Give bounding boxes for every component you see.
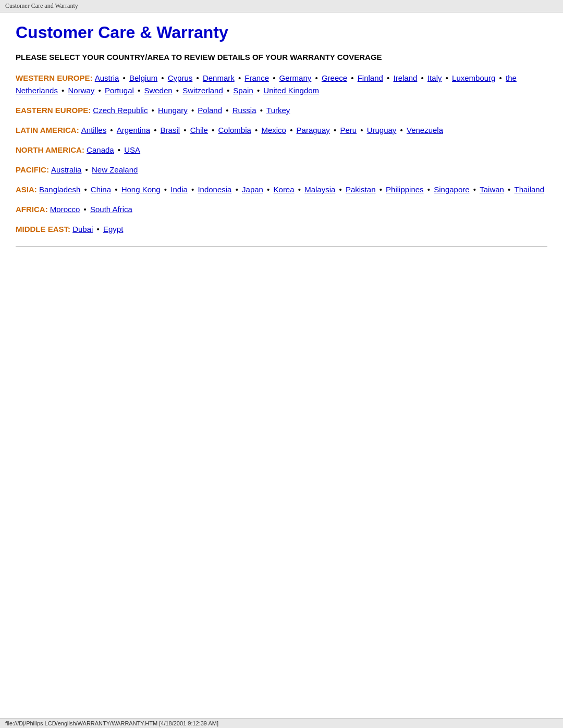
- country-link-uruguay[interactable]: Uruguay: [367, 126, 397, 134]
- region-asia: ASIA: Bangladesh • China • Hong Kong • I…: [16, 183, 547, 196]
- country-link-malaysia[interactable]: Malaysia: [304, 185, 335, 194]
- bullet-separator: •: [443, 73, 450, 82]
- country-link-finland[interactable]: Finland: [358, 73, 383, 82]
- country-link-argentina[interactable]: Argentina: [117, 126, 150, 134]
- country-link-czech-republic[interactable]: Czech Republic: [93, 106, 148, 115]
- bullet-separator: •: [358, 126, 365, 134]
- country-link-united-kingdom[interactable]: United Kingdom: [263, 86, 319, 95]
- bullet-separator: •: [236, 73, 243, 82]
- country-link-chile[interactable]: Chile: [190, 126, 208, 134]
- country-link-germany[interactable]: Germany: [279, 73, 312, 82]
- country-link-japan[interactable]: Japan: [242, 185, 263, 194]
- bullet-separator: •: [349, 73, 356, 82]
- country-link-philippines[interactable]: Philippines: [386, 185, 424, 194]
- bullet-separator: •: [225, 86, 232, 95]
- region-pacific: PACIFIC: Australia • New Zealand: [16, 164, 547, 176]
- country-link-colombia[interactable]: Colombia: [218, 126, 251, 134]
- country-link-usa[interactable]: USA: [124, 145, 140, 154]
- country-link-bangladesh[interactable]: Bangladesh: [39, 185, 80, 194]
- bullet-separator: •: [296, 185, 303, 194]
- bullet-separator: •: [313, 73, 320, 82]
- country-link-brasil[interactable]: Brasil: [161, 126, 180, 134]
- country-link-russia[interactable]: Russia: [232, 106, 256, 115]
- bullet-separator: •: [337, 185, 344, 194]
- country-link-portugal[interactable]: Portugal: [105, 86, 134, 95]
- country-link-hong-kong[interactable]: Hong Kong: [121, 185, 161, 194]
- country-link-taiwan[interactable]: Taiwan: [480, 185, 504, 194]
- country-link-spain[interactable]: Spain: [233, 86, 253, 95]
- bullet-separator: •: [108, 126, 115, 134]
- bullet-separator: •: [116, 145, 123, 154]
- bullet-separator: •: [253, 126, 260, 134]
- country-link-new-zealand[interactable]: New Zealand: [92, 165, 138, 174]
- country-link-antilles[interactable]: Antilles: [81, 126, 106, 134]
- country-link-france[interactable]: France: [244, 73, 269, 82]
- country-link-belgium[interactable]: Belgium: [129, 73, 157, 82]
- country-link-singapore[interactable]: Singapore: [434, 185, 469, 194]
- region-label-asia: ASIA:: [16, 185, 39, 194]
- bullet-separator: •: [113, 185, 120, 194]
- bullet-separator: •: [419, 73, 426, 82]
- country-link-poland[interactable]: Poland: [198, 106, 222, 115]
- bullet-separator: •: [159, 73, 166, 82]
- country-link-turkey[interactable]: Turkey: [266, 106, 290, 115]
- country-link-peru[interactable]: Peru: [340, 126, 357, 134]
- country-link-korea[interactable]: Korea: [274, 185, 295, 194]
- bullet-separator: •: [425, 185, 433, 194]
- page-title: Customer Care & Warranty: [16, 23, 547, 42]
- country-link-denmark[interactable]: Denmark: [203, 73, 235, 82]
- region-africa: AFRICA: Morocco • South Africa: [16, 203, 547, 216]
- country-link-sweden[interactable]: Sweden: [144, 86, 172, 95]
- country-link-china[interactable]: China: [91, 185, 111, 194]
- country-link-south-africa[interactable]: South Africa: [90, 205, 132, 214]
- region-label-eastern-europe: EASTERN EUROPE:: [16, 106, 93, 115]
- country-link-mexico[interactable]: Mexico: [261, 126, 286, 134]
- bullet-separator: •: [149, 106, 156, 115]
- bullet-separator: •: [398, 126, 405, 134]
- bullet-separator: •: [288, 126, 295, 134]
- bullet-separator: •: [471, 185, 479, 194]
- region-eastern-europe: EASTERN EUROPE: Czech Republic • Hungary…: [16, 104, 547, 117]
- bullet-separator: •: [189, 106, 197, 115]
- country-link-morocco[interactable]: Morocco: [50, 205, 80, 214]
- bullet-separator: •: [385, 73, 392, 82]
- country-link-venezuela[interactable]: Venezuela: [407, 126, 443, 134]
- country-link-paraguay[interactable]: Paraguay: [297, 126, 330, 134]
- bullet-separator: •: [189, 185, 197, 194]
- country-link-switzerland[interactable]: Switzerland: [182, 86, 223, 95]
- country-link-italy[interactable]: Italy: [427, 73, 442, 82]
- bullet-separator: •: [377, 185, 384, 194]
- region-middle-east: MIDDLE EAST: Dubai • Egypt: [16, 223, 547, 236]
- country-link-cyprus[interactable]: Cyprus: [168, 73, 193, 82]
- bullet-separator: •: [233, 185, 240, 194]
- country-link-thailand[interactable]: Thailand: [515, 185, 545, 194]
- country-link-greece[interactable]: Greece: [322, 73, 347, 82]
- bullet-separator: •: [162, 185, 169, 194]
- bullet-separator: •: [271, 73, 278, 82]
- country-link-ireland[interactable]: Ireland: [393, 73, 417, 82]
- country-link-australia[interactable]: Australia: [51, 165, 81, 174]
- bullet-separator: •: [59, 86, 67, 95]
- country-link-pakistan[interactable]: Pakistan: [346, 185, 376, 194]
- country-link-india[interactable]: India: [170, 185, 188, 194]
- main-content: Customer Care & Warranty PLEASE SELECT Y…: [0, 13, 563, 267]
- bullet-separator: •: [152, 126, 159, 134]
- country-link-hungary[interactable]: Hungary: [158, 106, 188, 115]
- country-link-dubai[interactable]: Dubai: [72, 225, 93, 233]
- bullet-separator: •: [497, 73, 504, 82]
- bullet-separator: •: [94, 225, 102, 233]
- country-link-indonesia[interactable]: Indonesia: [198, 185, 231, 194]
- bullet-separator: •: [332, 126, 339, 134]
- country-link-austria[interactable]: Austria: [95, 73, 119, 82]
- bullet-separator: •: [194, 73, 201, 82]
- region-label-north-america: NORTH AMERICA:: [16, 145, 87, 154]
- country-link-luxembourg[interactable]: Luxembourg: [452, 73, 495, 82]
- bullet-separator: •: [120, 73, 128, 82]
- country-link-canada[interactable]: Canada: [87, 145, 114, 154]
- region-label-pacific: PACIFIC:: [16, 165, 51, 174]
- country-link-egypt[interactable]: Egypt: [103, 225, 123, 233]
- browser-tab-title: Customer Care and Warranty: [5, 2, 78, 9]
- browser-title-bar: Customer Care and Warranty: [0, 0, 563, 13]
- bullet-separator: •: [82, 185, 89, 194]
- country-link-norway[interactable]: Norway: [68, 86, 94, 95]
